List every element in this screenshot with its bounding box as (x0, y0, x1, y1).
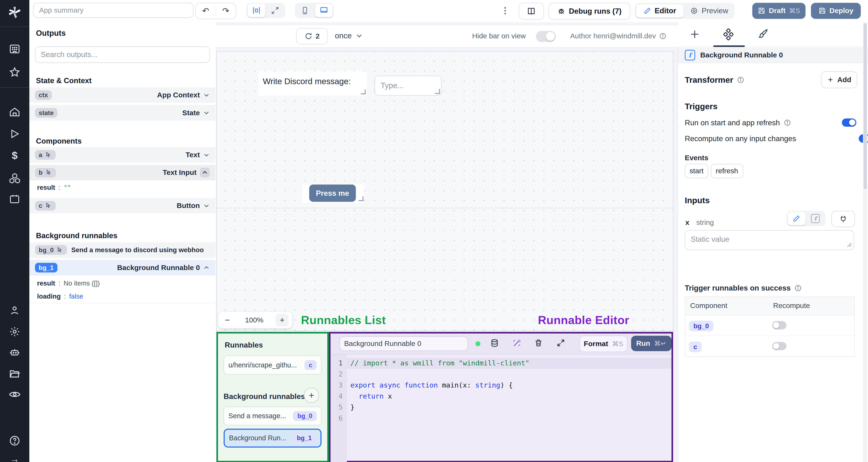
components-icon (722, 28, 735, 40)
mobile-view-button[interactable] (296, 4, 314, 17)
add-transformer-button[interactable]: Add (821, 71, 857, 88)
sidebar-collapse-icon[interactable]: → (0, 454, 29, 462)
info-icon[interactable] (795, 285, 802, 292)
output-row-b[interactable]: b Text Input (29, 165, 215, 180)
debug-runs-button[interactable]: Debug runs (7) (549, 3, 630, 20)
info-icon[interactable] (784, 119, 791, 126)
top-toolbar: ↶ ↷ ⋮ Debug runs (7) (29, 0, 868, 23)
tab-component-settings[interactable] (722, 28, 735, 40)
output-row-a[interactable]: a Text (29, 147, 215, 163)
add-background-runnable-button[interactable] (304, 388, 319, 403)
hide-bar-toggle[interactable] (536, 31, 556, 42)
output-row-ctx[interactable]: ctx App Context (29, 87, 215, 103)
docs-button[interactable] (519, 3, 544, 20)
resize-handle[interactable] (359, 196, 364, 201)
tab-insert-component[interactable] (689, 29, 700, 40)
eye-icon (690, 7, 698, 15)
chevron-down-icon[interactable] (203, 109, 210, 116)
output-row-bg0[interactable]: bg_0 Send a message to discord using web… (29, 242, 215, 258)
sidebar-item-favorites[interactable] (0, 66, 29, 78)
refresh-icon (305, 32, 312, 40)
zoom-in-button[interactable]: + (276, 314, 289, 326)
info-icon[interactable] (737, 76, 744, 84)
sidebar-item-user[interactable] (0, 305, 29, 316)
discord-message-input[interactable] (374, 76, 441, 96)
sidebar-item-schedules[interactable] (0, 194, 29, 205)
ctx-badge: ctx (35, 90, 52, 100)
event-refresh-pill[interactable]: refresh (711, 164, 743, 178)
deploy-button[interactable]: Deploy (811, 3, 861, 19)
resize-handle[interactable] (361, 90, 366, 94)
refresh-count-button[interactable]: 2 (296, 28, 328, 44)
scrollbar-thumb[interactable] (864, 23, 867, 189)
sidebar-item-resources[interactable] (0, 172, 29, 184)
selected-component-name: Background Runnable 0 (700, 51, 783, 59)
tab-editor[interactable]: Editor (636, 4, 684, 18)
recompute-toggle-c[interactable] (772, 342, 786, 350)
connect-input-button[interactable] (831, 211, 855, 227)
sidebar-item-workers[interactable] (0, 347, 29, 358)
runnable-name-input[interactable] (339, 336, 468, 351)
desktop-view-button[interactable] (315, 4, 333, 17)
chevron-up-icon[interactable] (203, 264, 210, 271)
sidebar-item-settings[interactable] (0, 326, 29, 337)
schedule-select[interactable]: once (335, 31, 363, 40)
runnable-item-bg1-selected[interactable]: Background Run... bg_1 (224, 429, 322, 448)
sidebar-item-help[interactable] (0, 435, 29, 447)
sidebar-item-folders[interactable] (0, 368, 29, 380)
info-icon[interactable] (659, 33, 666, 40)
draft-button[interactable]: Draft ⌘S (752, 3, 805, 19)
sidebar-item-apps[interactable] (0, 43, 29, 55)
static-value-textarea[interactable] (685, 230, 854, 250)
sidebar-item-variables[interactable]: $ (0, 150, 29, 161)
output-row-bg1[interactable]: bg_1 Background Runnable 0 (29, 260, 215, 275)
components-title: Components (36, 137, 82, 145)
redo-button[interactable]: ↷ (216, 6, 236, 16)
cache-icon[interactable] (490, 338, 499, 348)
scrollbar-track[interactable] (863, 22, 867, 462)
output-row-state[interactable]: state State (29, 105, 215, 121)
format-button[interactable]: Format ⌘S (580, 336, 627, 352)
sidebar-item-runs[interactable] (0, 128, 29, 139)
fullscreen-icon[interactable] (556, 338, 565, 348)
canvas-region: 2 once Hide bar on view Author henri@win… (216, 22, 678, 462)
output-row-c[interactable]: c Button (29, 198, 215, 213)
zoom-out-button[interactable]: − (222, 315, 233, 325)
layout-toggle-group (246, 3, 285, 18)
app-summary-input[interactable] (33, 3, 193, 18)
tab-styling[interactable] (758, 28, 769, 39)
event-start-pill[interactable]: start (685, 164, 708, 178)
windmill-logo-icon[interactable] (0, 6, 29, 20)
static-value-field-wrap (685, 230, 854, 250)
ai-wand-icon[interactable] (512, 338, 521, 348)
more-options-kebab[interactable]: ⋮ (501, 6, 509, 15)
chevron-up-icon[interactable] (202, 169, 208, 176)
undo-button[interactable]: ↶ (196, 6, 216, 16)
search-outputs-input[interactable] (35, 46, 210, 63)
tab-preview[interactable]: Preview (685, 4, 733, 18)
textinput-component[interactable] (374, 76, 441, 96)
chevron-down-icon[interactable] (203, 92, 210, 98)
app-canvas[interactable]: Write Discord message: Press me − 100% +… (216, 52, 673, 331)
code-line-4: return x (350, 392, 392, 400)
recompute-toggle-bg0[interactable] (772, 321, 786, 329)
run-shortcut: ⌘↵ (654, 339, 666, 348)
press-me-button[interactable]: Press me (309, 185, 355, 202)
static-mode-button[interactable] (787, 212, 805, 225)
chevron-down-icon[interactable] (203, 152, 210, 158)
run-on-start-toggle[interactable] (842, 119, 856, 127)
textarea-resize-icon[interactable] (847, 242, 852, 248)
runnable-item-script[interactable]: u/henri/scrape_githu... c (224, 356, 322, 374)
resize-handle[interactable] (435, 89, 440, 94)
run-button[interactable]: Run ⌘↵ (631, 336, 672, 351)
expression-mode-button[interactable]: f (807, 212, 824, 225)
expand-button[interactable] (266, 4, 284, 17)
sidebar-item-home[interactable] (0, 106, 29, 118)
runnable-item-bg0[interactable]: Send a message... bg_0 (224, 406, 322, 425)
chevron-down-icon[interactable] (203, 202, 210, 209)
text-component[interactable]: Write Discord message: (258, 71, 367, 96)
delete-icon[interactable] (534, 338, 543, 348)
pencil-icon (793, 214, 801, 223)
sidebar-item-audit-logs[interactable] (0, 388, 29, 401)
center-align-button[interactable] (248, 4, 265, 17)
